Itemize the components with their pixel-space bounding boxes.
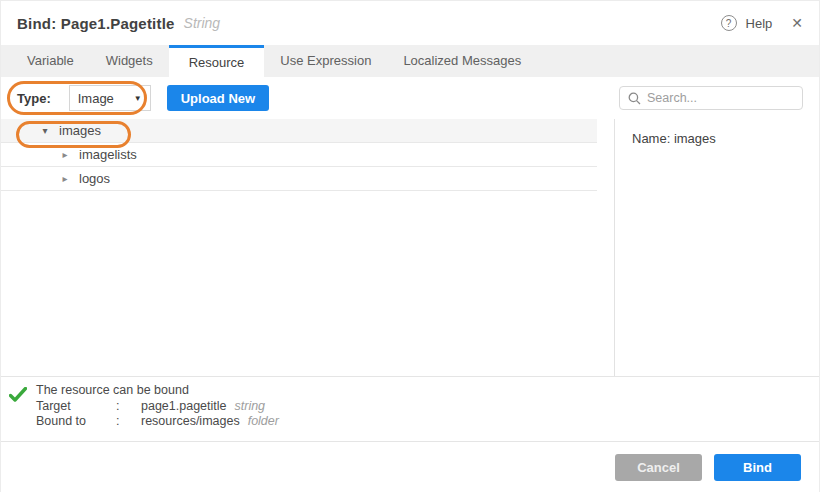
type-dropdown[interactable]: Image ▼	[69, 85, 151, 111]
search-input[interactable]	[647, 91, 794, 105]
tab-variable[interactable]: Variable	[11, 45, 90, 77]
dialog-subtitle-type: String	[184, 15, 221, 31]
caret-expanded-icon[interactable]: ▾	[39, 125, 51, 136]
status-boundto-type: folder	[248, 414, 279, 430]
search-box	[619, 86, 803, 110]
status-boundto-row: Bound to : resources/images folder	[36, 414, 819, 430]
caret-collapsed-icon[interactable]: ▸	[59, 173, 71, 184]
tree-item-label: imagelists	[79, 147, 137, 162]
tab-localized-messages[interactable]: Localized Messages	[387, 45, 537, 77]
type-dropdown-value: Image	[78, 91, 114, 106]
tree-item-label: logos	[79, 171, 110, 186]
status-target-row: Target : page1.pagetitle string	[36, 399, 819, 415]
caret-collapsed-icon[interactable]: ▸	[59, 149, 71, 160]
status-boundto-label: Bound to	[36, 414, 116, 430]
dialog-header: Bind: Page1.Pagetitle String ? Help ✕	[1, 1, 819, 45]
close-icon[interactable]: ✕	[791, 15, 803, 31]
upload-new-button[interactable]: Upload New	[167, 85, 269, 111]
tab-resource[interactable]: Resource	[169, 45, 265, 77]
help-link[interactable]: Help	[746, 16, 773, 31]
bind-status-panel: The resource can be bound Target : page1…	[1, 376, 819, 441]
search-icon	[628, 92, 641, 105]
tab-bar: Variable Widgets Resource Use Expression…	[1, 45, 819, 77]
resource-tree: ▾ images ▸ imagelists ▸ logos	[1, 119, 597, 191]
resource-browser: ▾ images ▸ imagelists ▸ logos Name: imag…	[1, 119, 819, 376]
help-icon[interactable]: ?	[721, 15, 737, 31]
status-target-label: Target	[36, 399, 116, 415]
bind-button[interactable]: Bind	[714, 454, 801, 481]
resource-name-text: Name: images	[632, 131, 716, 146]
bind-dialog: Bind: Page1.Pagetitle String ? Help ✕ Va…	[0, 0, 820, 492]
tree-item-logos[interactable]: ▸ logos	[1, 167, 597, 191]
status-colon: :	[116, 399, 141, 415]
tree-item-images[interactable]: ▾ images	[1, 119, 597, 143]
dialog-title: Bind: Page1.Pagetitle	[17, 15, 175, 32]
tab-use-expression[interactable]: Use Expression	[264, 45, 387, 77]
tree-item-imagelists[interactable]: ▸ imagelists	[1, 143, 597, 167]
resource-details-panel: Name: images	[614, 119, 819, 376]
resource-toolbar: Type: Image ▼ Upload New	[1, 77, 819, 119]
dialog-footer: Cancel Bind	[1, 441, 819, 492]
status-boundto-value: resources/images	[141, 414, 240, 430]
chevron-down-icon: ▼	[134, 94, 142, 103]
success-check-icon	[9, 387, 27, 402]
status-target-value: page1.pagetitle	[141, 399, 227, 415]
tab-widgets[interactable]: Widgets	[90, 45, 169, 77]
type-label: Type:	[17, 91, 51, 106]
tree-item-label: images	[59, 123, 101, 138]
header-actions: ? Help ✕	[721, 15, 803, 31]
status-target-type: string	[235, 399, 266, 415]
status-colon: :	[116, 414, 141, 430]
cancel-button[interactable]: Cancel	[615, 454, 702, 481]
status-message: The resource can be bound	[36, 383, 819, 399]
